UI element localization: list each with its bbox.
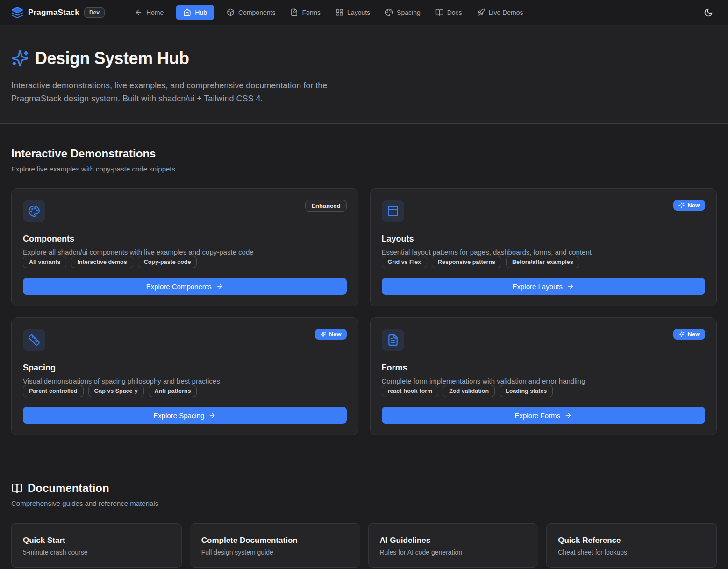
- book-open-icon: [435, 8, 443, 16]
- doc-card-grid: Quick Start 5-minute crash course Comple…: [11, 523, 717, 568]
- cta-label: Explore Spacing: [153, 412, 204, 420]
- tag: Responsive patterns: [432, 256, 501, 268]
- card-title: Components: [23, 234, 347, 244]
- nav-item-label: Hub: [195, 9, 207, 16]
- arrow-right-icon: [208, 412, 216, 419]
- rocket-icon: [477, 8, 485, 16]
- card-description: Explore all shadcn/ui components with li…: [23, 248, 347, 256]
- brand[interactable]: PragmaStack Dev: [11, 7, 105, 19]
- doc-card-title: Complete Documentation: [201, 536, 349, 545]
- doc-card-complete-documentation[interactable]: Complete Documentation Full design syste…: [190, 523, 360, 568]
- cta-label: Explore Forms: [514, 412, 560, 420]
- nav-item-label: Spacing: [397, 9, 421, 16]
- nav-item-home[interactable]: Home: [129, 5, 169, 20]
- env-badge: Dev: [84, 7, 105, 18]
- card-description: Complete form implementations with valid…: [382, 377, 706, 385]
- page-title: Design System Hub: [35, 49, 189, 68]
- doc-card-title: Quick Start: [23, 536, 170, 545]
- sparkles-icon: [320, 331, 326, 337]
- nav-item-docs[interactable]: Docs: [430, 5, 468, 20]
- nav-item-components[interactable]: Components: [221, 5, 281, 20]
- nav-item-hub[interactable]: Hub: [176, 5, 214, 20]
- demos-section-title: Interactive Demonstrations: [11, 147, 717, 160]
- demo-card-components: Enhanced Components Explore all shadcn/u…: [11, 188, 358, 306]
- demos-section-subtitle: Explore live examples with copy-paste co…: [11, 165, 717, 173]
- tag-row: Parent-controlled Gap vs Space-y Anti-pa…: [23, 385, 347, 397]
- section-divider: [11, 458, 717, 458]
- palette-icon: [23, 200, 45, 222]
- tag: Zod validation: [443, 385, 495, 397]
- nav-item-live-demos[interactable]: Live Demos: [471, 5, 529, 20]
- sparkles-icon: [11, 50, 29, 67]
- doc-card-description: 5-minute crash course: [23, 548, 170, 556]
- file-text-icon: [290, 8, 298, 16]
- palette-icon: [385, 8, 393, 16]
- doc-card-ai-guidelines[interactable]: AI Guidelines Rules for AI code generati…: [368, 523, 539, 568]
- package-icon: [227, 8, 235, 16]
- sparkles-icon: [678, 202, 685, 208]
- cta-label: Explore Components: [146, 283, 212, 291]
- doc-card-description: Full design system guide: [201, 548, 349, 556]
- tag-row: react-hook-form Zod validation Loading s…: [382, 385, 706, 397]
- tag-row: All variants Interactive demos Copy-past…: [23, 256, 347, 268]
- arrow-right-icon: [564, 412, 572, 419]
- explore-spacing-button[interactable]: Explore Spacing: [23, 407, 347, 424]
- tag: Gap vs Space-y: [88, 385, 144, 397]
- top-navbar: PragmaStack Dev Home Hub Components Form…: [0, 0, 728, 25]
- layers-logo-icon: [11, 7, 23, 19]
- nav-item-label: Docs: [447, 9, 462, 16]
- explore-components-button[interactable]: Explore Components: [23, 278, 347, 295]
- new-badge: New: [315, 329, 347, 340]
- doc-card-description: Cheat sheet for lookups: [558, 548, 705, 556]
- tag: Grid vs Flex: [382, 256, 428, 268]
- tag: Anti-patterns: [149, 385, 197, 397]
- nav-item-spacing[interactable]: Spacing: [379, 5, 426, 20]
- explore-layouts-button[interactable]: Explore Layouts: [382, 278, 706, 295]
- sparkles-icon: [678, 331, 685, 337]
- hero-section: Design System Hub Interactive demonstrat…: [0, 25, 728, 124]
- nav-item-label: Layouts: [347, 9, 370, 16]
- page-description: Interactive demonstrations, live example…: [11, 79, 359, 106]
- panel-top-icon: [382, 200, 404, 222]
- badge-label: New: [329, 331, 342, 338]
- tag-row: Grid vs Flex Responsive patterns Before/…: [382, 256, 706, 268]
- explore-forms-button[interactable]: Explore Forms: [382, 407, 706, 424]
- doc-card-quick-start[interactable]: Quick Start 5-minute crash course: [11, 523, 182, 568]
- doc-card-title: Quick Reference: [558, 536, 705, 545]
- home-icon: [183, 8, 191, 16]
- brand-name: PragmaStack: [28, 8, 79, 17]
- nav-item-label: Home: [146, 9, 164, 16]
- nav-item-label: Components: [238, 9, 275, 16]
- docs-section-title: Documentation: [11, 482, 717, 495]
- theme-toggle-button[interactable]: [700, 4, 717, 21]
- badge-label: New: [687, 331, 700, 338]
- doc-card-quick-reference[interactable]: Quick Reference Cheat sheet for lookups: [546, 523, 717, 568]
- tag: Before/after examples: [506, 256, 579, 268]
- nav-item-forms[interactable]: Forms: [285, 5, 326, 20]
- doc-card-description: Rules for AI code generation: [380, 548, 527, 556]
- main-content: Interactive Demonstrations Explore live …: [0, 147, 728, 569]
- docs-section-title-text: Documentation: [28, 482, 109, 495]
- demos-section-header: Interactive Demonstrations Explore live …: [11, 147, 717, 173]
- demo-card-layouts: New Layouts Essential layout patterns fo…: [370, 188, 717, 306]
- tag: Parent-controlled: [23, 385, 84, 397]
- tag: Copy-paste code: [138, 256, 197, 268]
- arrow-left-icon: [135, 8, 143, 16]
- card-title: Spacing: [23, 363, 347, 373]
- badge-label: New: [687, 202, 700, 209]
- new-badge: New: [673, 329, 705, 340]
- arrow-right-icon: [567, 283, 574, 290]
- doc-card-title: AI Guidelines: [380, 536, 527, 545]
- nav-item-layouts[interactable]: Layouts: [330, 5, 376, 20]
- card-title: Forms: [382, 363, 706, 373]
- cta-label: Explore Layouts: [512, 283, 563, 291]
- file-text-icon: [382, 329, 404, 351]
- card-description: Essential layout patterns for pages, das…: [382, 248, 706, 256]
- new-badge: New: [673, 200, 705, 211]
- tag: Loading states: [500, 385, 553, 397]
- tag: react-hook-form: [382, 385, 439, 397]
- status-badge: Enhanced: [305, 200, 346, 212]
- docs-section-subtitle: Comprehensive guides and reference mater…: [11, 499, 717, 507]
- ruler-icon: [23, 329, 45, 351]
- demo-card-grid: Enhanced Components Explore all shadcn/u…: [11, 188, 717, 435]
